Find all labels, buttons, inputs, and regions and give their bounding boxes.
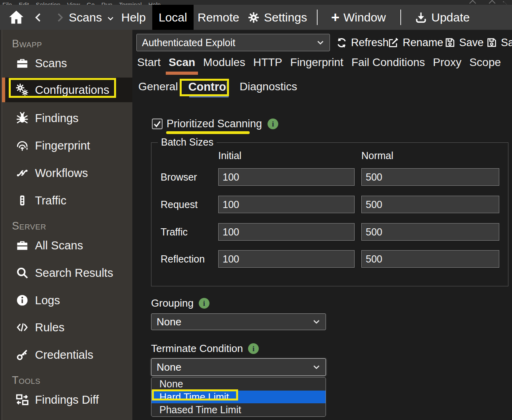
menu-edit[interactable]: Edit bbox=[19, 0, 29, 5]
row-label-browser: Browser bbox=[161, 168, 197, 186]
sidebar-item-label: Rules bbox=[35, 321, 64, 334]
menu-terminal[interactable]: Terminal bbox=[119, 0, 142, 5]
diff-icon bbox=[15, 393, 29, 407]
sidebar-item-label: Traffic bbox=[35, 194, 66, 207]
subtab-general[interactable]: General bbox=[138, 79, 178, 95]
info-icon[interactable]: i bbox=[248, 343, 259, 354]
rename-label: Rename bbox=[403, 37, 443, 49]
menu-selection[interactable]: Selection bbox=[36, 0, 60, 5]
terminate-condition-select[interactable]: None bbox=[151, 358, 326, 376]
save-as-button[interactable]: Save bbox=[486, 34, 512, 51]
configuration-select-value: Authenticated Exploit bbox=[137, 37, 235, 49]
subtab-control[interactable]: Control bbox=[188, 79, 229, 95]
code-icon bbox=[15, 320, 29, 334]
refresh-button[interactable]: Refresh bbox=[336, 34, 389, 51]
terminate-condition-dropdown: None Hard Time Limit Phased Time Limit bbox=[151, 377, 326, 417]
sidebar-item-credentials[interactable]: Credentials bbox=[0, 346, 132, 364]
help-button[interactable]: Help bbox=[121, 5, 146, 30]
row-label-traffic: Traffic bbox=[161, 223, 188, 241]
update-button[interactable]: Update bbox=[415, 5, 470, 30]
sidebar-item-label: Workflows bbox=[35, 167, 88, 180]
save-as-label: Save bbox=[501, 37, 512, 49]
sidebar-item-workflows[interactable]: Workflows bbox=[0, 164, 132, 182]
app-toolbar: Scans Help Local Remote Settings + Windo… bbox=[0, 5, 512, 30]
configuration-select[interactable]: Authenticated Exploit bbox=[136, 34, 330, 51]
info-icon[interactable]: i bbox=[199, 298, 209, 309]
request-normal-input[interactable] bbox=[361, 196, 499, 213]
sidebar-item-all-scans[interactable]: All Scans bbox=[0, 237, 132, 254]
sidebar-item-findings-diff[interactable]: Findings Diff bbox=[0, 391, 132, 408]
bug-icon bbox=[15, 111, 29, 125]
help-label: Help bbox=[121, 11, 146, 24]
sidebar-item-search-results[interactable]: Search Results bbox=[0, 264, 132, 282]
chevron-down-icon bbox=[311, 362, 322, 372]
browser-normal-input[interactable] bbox=[361, 168, 499, 186]
column-header-initial: Initial bbox=[218, 150, 241, 161]
key-icon bbox=[15, 348, 29, 362]
new-window-button[interactable]: + Window bbox=[331, 5, 386, 30]
sidebar-item-rules[interactable]: Rules bbox=[0, 319, 132, 336]
menu-help[interactable]: Help bbox=[148, 0, 161, 5]
forward-button[interactable] bbox=[54, 5, 65, 30]
request-initial-input[interactable] bbox=[218, 196, 355, 213]
info-icon[interactable]: i bbox=[268, 119, 278, 129]
gears-icon bbox=[15, 83, 29, 97]
dropdown-option-hard-time-limit[interactable]: Hard Time Limit bbox=[151, 391, 326, 404]
grouping-label: Grouping bbox=[151, 297, 194, 309]
menu-run[interactable]: Run bbox=[101, 0, 112, 5]
prioritized-scanning-row: Prioritized Scanning i bbox=[152, 118, 278, 130]
tab-proxy[interactable]: Proxy bbox=[433, 55, 462, 70]
remote-label: Remote bbox=[198, 11, 239, 24]
menu-go[interactable]: Go bbox=[87, 0, 95, 5]
tab-fingerprint[interactable]: Fingerprint bbox=[290, 55, 343, 70]
settings-button[interactable]: Settings bbox=[247, 5, 307, 30]
terminate-condition-label: Terminate Condition bbox=[151, 342, 243, 355]
tab-scan[interactable]: Scan bbox=[169, 55, 195, 70]
chevron-down-icon bbox=[311, 317, 322, 327]
remote-toggle-button[interactable]: Remote bbox=[198, 5, 239, 30]
dropdown-option-phased-time-limit[interactable]: Phased Time Limit bbox=[151, 403, 326, 416]
sidebar-item-findings[interactable]: Findings bbox=[0, 109, 132, 127]
window-label: Window bbox=[343, 11, 386, 24]
menu-file[interactable]: File bbox=[2, 0, 12, 5]
sidebar-section-server: Server bbox=[12, 219, 46, 233]
sidebar-item-configurations[interactable]: Configurations bbox=[2, 78, 132, 102]
tab-scope[interactable]: Scope bbox=[469, 55, 501, 70]
terminate-condition-select-value: None bbox=[151, 361, 181, 373]
sidebar-item-traffic[interactable]: Traffic bbox=[0, 192, 132, 209]
toolbar-divider bbox=[400, 10, 401, 25]
save-button[interactable]: Save bbox=[444, 34, 484, 51]
prioritized-scanning-checkbox[interactable] bbox=[152, 119, 163, 129]
menu-view[interactable]: View bbox=[67, 0, 80, 5]
row-label-reflection: Reflection bbox=[161, 250, 205, 268]
sidebar: Bwapp Scans Configurations Findings Fing… bbox=[0, 30, 132, 420]
tab-start[interactable]: Start bbox=[137, 55, 161, 70]
sidebar-item-scans[interactable]: Scans bbox=[0, 54, 132, 72]
sidebar-item-label: Scans bbox=[35, 57, 67, 70]
traffic-normal-input[interactable] bbox=[361, 223, 499, 241]
rename-button[interactable]: Rename bbox=[388, 34, 443, 51]
update-label: Update bbox=[431, 11, 470, 24]
browser-initial-input[interactable] bbox=[218, 168, 355, 186]
local-toggle-button[interactable]: Local bbox=[152, 5, 194, 30]
settings-label: Settings bbox=[264, 11, 307, 24]
reflection-initial-input[interactable] bbox=[218, 250, 355, 268]
home-button[interactable] bbox=[7, 5, 25, 30]
fingerprint-icon bbox=[15, 138, 29, 153]
sidebar-item-logs[interactable]: Logs bbox=[0, 292, 132, 309]
grouping-select-value: None bbox=[151, 316, 181, 328]
main-panel: Authenticated Exploit Refresh Rename Sav… bbox=[132, 30, 512, 420]
sidebar-item-fingerprint[interactable]: Fingerprint bbox=[0, 137, 132, 154]
tab-http[interactable]: HTTP bbox=[253, 55, 282, 70]
traffic-initial-input[interactable] bbox=[218, 223, 355, 241]
chevron-down-icon bbox=[106, 15, 115, 22]
save-icon bbox=[486, 37, 497, 48]
back-button[interactable] bbox=[33, 5, 44, 30]
dropdown-option-none[interactable]: None bbox=[151, 377, 326, 391]
tab-modules[interactable]: Modules bbox=[203, 55, 245, 70]
scans-menu-button[interactable]: Scans bbox=[69, 5, 115, 30]
grouping-select[interactable]: None bbox=[151, 313, 326, 330]
reflection-normal-input[interactable] bbox=[361, 250, 499, 268]
subtab-diagnostics[interactable]: Diagnostics bbox=[240, 79, 297, 95]
tab-fail-conditions[interactable]: Fail Conditions bbox=[351, 55, 425, 70]
